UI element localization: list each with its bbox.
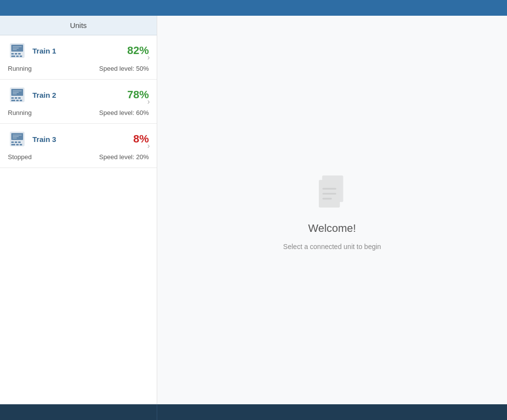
chevron-right-icon: ›	[147, 53, 150, 62]
sidebar-title: Units	[70, 21, 86, 29]
svg-rect-28	[16, 144, 19, 145]
bottom-bar	[0, 404, 507, 420]
unit-name: Train 2	[32, 91, 56, 99]
content-area: Units	[0, 16, 507, 404]
unit-percent: 78%	[127, 88, 149, 101]
train-icon	[8, 130, 27, 148]
unit-icon-name: Train 2	[8, 85, 56, 104]
svg-rect-5	[11, 56, 15, 57]
svg-rect-25	[15, 141, 17, 143]
svg-rect-14	[15, 97, 17, 99]
main-panel: Welcome! Select a connected unit to begi…	[157, 16, 507, 404]
svg-rect-3	[15, 53, 17, 55]
unit-item-bottom: Running Speed level: 60%	[8, 109, 149, 116]
unit-icon-name: Train 3	[8, 130, 56, 148]
bottom-bar-right	[157, 404, 507, 420]
welcome-icon	[310, 170, 354, 214]
sidebar-header: Units	[0, 16, 157, 35]
svg-rect-24	[11, 141, 14, 143]
unit-speed: Speed level: 20%	[99, 153, 149, 161]
unit-status: Stopped	[8, 153, 31, 161]
svg-rect-2	[11, 53, 14, 55]
svg-rect-13	[11, 97, 14, 99]
unit-item-top: Train 1 82%	[8, 41, 149, 60]
units-list: Train 1 82% Running Speed level: 50% ›	[0, 35, 157, 168]
chevron-right-icon: ›	[147, 97, 150, 106]
train-icon	[8, 41, 27, 60]
svg-rect-27	[11, 144, 15, 145]
unit-percent: 82%	[127, 44, 149, 57]
unit-item-train-1[interactable]: Train 1 82% Running Speed level: 50% ›	[0, 35, 157, 80]
unit-item-bottom: Running Speed level: 50%	[8, 65, 149, 72]
unit-item-bottom: Stopped Speed level: 20%	[8, 153, 149, 161]
welcome-title: Welcome!	[308, 222, 356, 235]
unit-icon-name: Train 1	[8, 41, 56, 60]
unit-name: Train 3	[32, 135, 56, 143]
unit-status: Running	[8, 109, 31, 116]
welcome-subtitle: Select a connected unit to begin	[283, 243, 381, 251]
unit-speed: Speed level: 50%	[99, 65, 149, 72]
unit-item-train-3[interactable]: Train 3 8% Stopped Speed level: 20% ›	[0, 124, 157, 168]
train-icon	[8, 85, 27, 104]
svg-rect-6	[16, 56, 19, 57]
unit-item-top: Train 3 8%	[8, 130, 149, 148]
svg-rect-7	[20, 56, 22, 57]
svg-rect-26	[18, 141, 21, 143]
unit-speed: Speed level: 60%	[99, 109, 149, 116]
unit-status: Running	[8, 65, 31, 72]
svg-rect-15	[18, 97, 21, 99]
top-bar	[0, 0, 507, 16]
chevron-right-icon: ›	[147, 141, 150, 150]
unit-item-top: Train 2 78%	[8, 85, 149, 104]
svg-rect-4	[18, 53, 21, 55]
unit-item-train-2[interactable]: Train 2 78% Running Speed level: 60% ›	[0, 80, 157, 124]
svg-rect-17	[16, 100, 19, 101]
unit-name: Train 1	[32, 47, 56, 55]
sidebar: Units	[0, 16, 157, 404]
unit-percent: 8%	[133, 133, 149, 145]
svg-rect-18	[20, 100, 22, 101]
svg-rect-16	[11, 100, 15, 101]
svg-rect-29	[20, 144, 22, 145]
bottom-bar-left	[0, 404, 157, 420]
